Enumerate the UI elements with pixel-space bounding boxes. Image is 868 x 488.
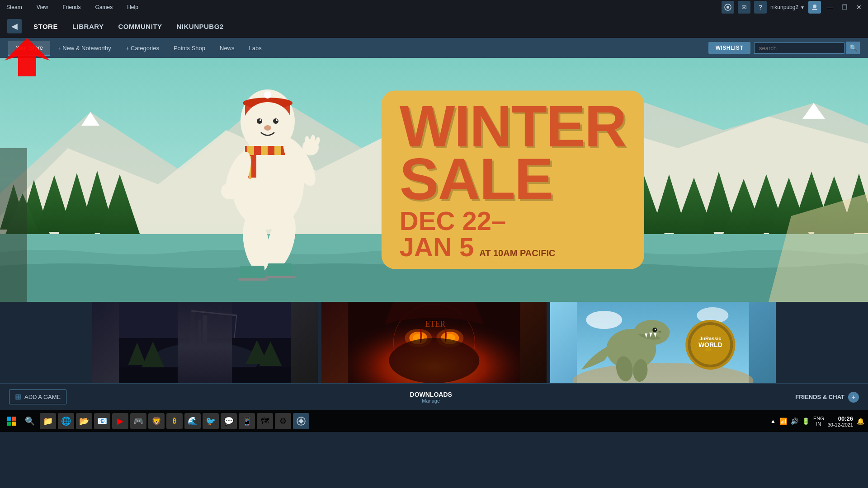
subnav-your-store[interactable]: Your Store [8, 41, 50, 56]
svg-rect-80 [119, 367, 291, 383]
menu-steam[interactable]: Steam [4, 2, 25, 12]
add-friend-icon[interactable]: + [848, 392, 859, 403]
svg-point-42 [257, 118, 262, 124]
taskbar-crypto-button[interactable]: ₿ [166, 413, 183, 429]
svg-marker-72 [189, 311, 197, 365]
date-line2: JAN 5 [400, 234, 474, 260]
menu-games[interactable]: Games [93, 2, 116, 12]
taskbar-files-button[interactable]: 📂 [76, 413, 92, 429]
nav-community[interactable]: COMMUNITY [112, 20, 169, 33]
game-card-3[interactable]: JuRassic WORLD [550, 302, 776, 383]
taskbar-maps-button[interactable]: 🗺 [257, 413, 273, 429]
minimize-button[interactable]: — [825, 3, 835, 12]
svg-point-43 [273, 118, 278, 124]
game-card-1[interactable] [92, 302, 318, 383]
subnav-labs[interactable]: Labs [242, 41, 269, 55]
svg-line-73 [191, 311, 236, 315]
winter-sale-text: WINTER SALE DEC 22– JAN 5 AT 10AM PACIFI… [382, 91, 644, 269]
card2-image: ETER [321, 302, 547, 383]
taskbar-steam-button[interactable] [293, 413, 309, 429]
menu-view[interactable]: View [34, 2, 51, 12]
nav-store[interactable]: STORE [27, 20, 64, 33]
volume-icon[interactable]: 🔊 [791, 418, 798, 425]
add-game-button[interactable]: ⊞ ADD A GAME [9, 389, 66, 404]
clock-date: 30-12-2021 [828, 422, 853, 427]
subnav-points-shop[interactable]: Points Shop [166, 41, 212, 55]
date-line1: DEC 22– [400, 208, 506, 234]
search-icon: 🔍 [849, 44, 857, 52]
taskbar-youtube-button[interactable]: ▶ [112, 413, 128, 429]
search-input[interactable] [754, 42, 844, 54]
winter-text: WINTER [400, 100, 626, 153]
close-button[interactable]: ✕ [854, 3, 864, 12]
taskbar-settings-button[interactable]: ⚙ [275, 413, 291, 429]
nav-username[interactable]: NIKUNPUBG2 [170, 20, 230, 33]
svg-rect-113 [7, 417, 11, 421]
svg-rect-116 [12, 422, 16, 426]
hero-banner[interactable]: WINTER SALE DEC 22– JAN 5 AT 10AM PACIFI… [0, 58, 868, 302]
search-button[interactable]: 🔍 [846, 42, 860, 54]
subnav-news[interactable]: News [212, 41, 242, 55]
svg-rect-69 [191, 311, 195, 365]
user-menu[interactable]: nikunpubg2 ▼ [770, 4, 805, 10]
menu-friends[interactable]: Friends [60, 2, 83, 12]
menu-help[interactable]: Help [124, 2, 141, 12]
svg-rect-71 [203, 315, 207, 365]
navbar: ◀ STORE LIBRARY COMMUNITY NIKUNPUBG2 [0, 14, 868, 38]
svg-point-94 [586, 311, 623, 329]
taskbar-whatsapp-button[interactable]: 📱 [239, 413, 255, 429]
subnav-new-noteworthy[interactable]: + New & Noteworthy [50, 41, 118, 55]
wifi-icon[interactable]: 📶 [779, 418, 787, 425]
search-area: 🔍 [754, 42, 860, 54]
taskbar-systray: ▲ 📶 🔊 🔋 ENG IN 00:26 30-12-2021 🔔 [770, 415, 864, 427]
back-button[interactable]: ◀ [7, 19, 22, 33]
taskbar-twitter-button[interactable]: 🐦 [203, 413, 219, 429]
maximize-button[interactable]: ❐ [839, 3, 850, 12]
help-icon[interactable]: ? [754, 1, 767, 14]
language-indicator[interactable]: ENG IN [813, 416, 824, 427]
notification-tray-icon[interactable]: 🔔 [857, 418, 864, 425]
system-clock[interactable]: 00:26 30-12-2021 [828, 415, 853, 427]
app1-icon: 📧 [97, 416, 107, 426]
browser2-icon: 🌊 [188, 416, 198, 426]
friends-chat-button[interactable]: FRIENDS & CHAT + [795, 392, 859, 403]
battery-icon[interactable]: 🔋 [802, 418, 810, 425]
svg-rect-70 [198, 320, 201, 365]
taskbar: 🔍 📁 🌐 📂 📧 ▶ 🎮 🦁 ₿ [0, 410, 868, 432]
taskbar-apps: 🔍 📁 🌐 📂 📧 ▶ 🎮 🦁 ₿ [4, 413, 309, 429]
svg-rect-36 [0, 148, 27, 302]
notification-icon[interactable]: ✉ [738, 1, 750, 14]
friends-chat-label: FRIENDS & CHAT [795, 394, 844, 400]
crypto-icon: ₿ [173, 417, 176, 425]
svg-point-104 [659, 331, 661, 333]
downloads-manage-link[interactable]: Manage [410, 398, 452, 404]
avatar-icon[interactable] [808, 1, 821, 14]
nav-library[interactable]: LIBRARY [66, 20, 110, 33]
start-button[interactable] [4, 413, 20, 429]
taskbar-gapps-button[interactable]: 🎮 [130, 413, 146, 429]
taskbar-chrome-button[interactable]: 🌐 [58, 413, 74, 429]
svg-point-40 [264, 91, 271, 99]
steam-taskbar-icon [297, 417, 306, 426]
svg-point-103 [655, 329, 656, 330]
taskbar-browser2-button[interactable]: 🌊 [184, 413, 201, 429]
svg-rect-65 [238, 278, 268, 281]
sale-text: SALE [400, 153, 626, 206]
subnav-items: Your Store + New & Noteworthy + Categori… [8, 41, 269, 56]
game-card-2[interactable]: ETER [321, 302, 547, 383]
bottom-bar: ⊞ ADD A GAME DOWNLOADS Manage FRIENDS & … [0, 383, 868, 410]
country-text: IN [813, 421, 824, 427]
taskbar-brave-button[interactable]: 🦁 [148, 413, 165, 429]
wishlist-button[interactable]: WISHLIST [708, 42, 750, 54]
svg-text:ETER: ETER [425, 319, 445, 328]
taskbar-app1-button[interactable]: 📧 [94, 413, 110, 429]
taskbar-chat-button[interactable]: 💬 [221, 413, 237, 429]
downloads-section: DOWNLOADS Manage [410, 391, 452, 404]
svg-point-57 [221, 183, 237, 199]
add-icon: ⊞ [15, 393, 21, 401]
systray-expand-icon[interactable]: ▲ [770, 418, 776, 424]
taskbar-explorer-button[interactable]: 📁 [40, 413, 56, 429]
subnav-categories[interactable]: + Categories [118, 41, 166, 55]
card3-image: JuRassic WORLD [550, 302, 776, 383]
taskbar-search-button[interactable]: 🔍 [22, 413, 38, 429]
